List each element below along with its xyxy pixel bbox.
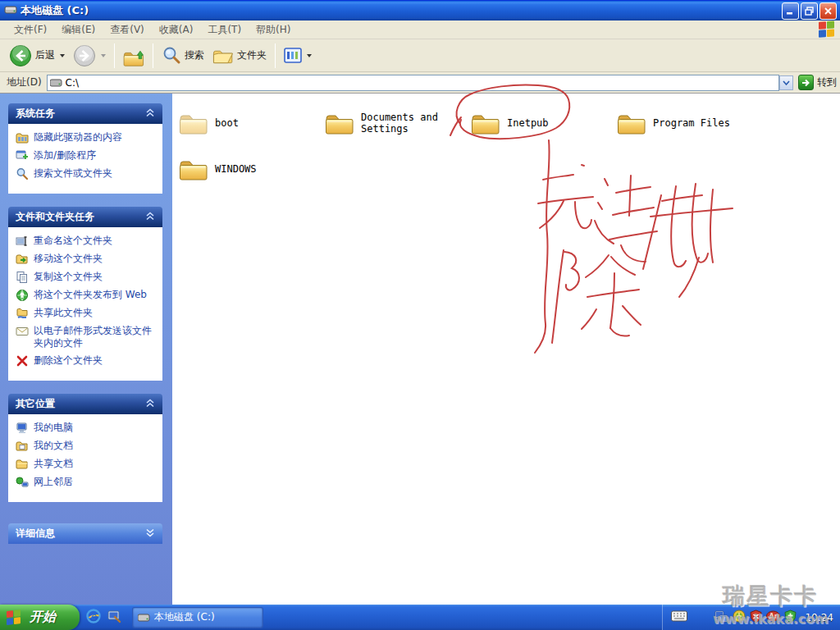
chevron-down-icon[interactable] (145, 528, 155, 540)
task-email-folder-files[interactable]: 以电子邮件形式发送该文件夹内的文件 (16, 325, 159, 349)
address-bar: 地址(D) C:\ 转到 (0, 72, 840, 94)
drive-icon (50, 78, 62, 88)
green-shield-tray-icon[interactable] (784, 609, 797, 625)
menu-view[interactable]: 查看(V) (103, 21, 152, 39)
panel-system-tasks: 系统任务 隐藏此驱动器的内容 添加/删除程序 搜索文件或文件夹 (8, 103, 162, 194)
folders-button[interactable]: 文件夹 (208, 43, 271, 68)
move-folder-icon (16, 253, 29, 266)
search-button[interactable]: 搜索 (158, 43, 208, 68)
views-dropdown-icon[interactable] (307, 54, 312, 57)
taskbar-task-local-disk-c[interactable]: 本地磁盘 (C:) (133, 608, 262, 628)
ie-quicklaunch-icon[interactable]: e (86, 609, 101, 626)
folder-tile-documents-and-settings[interactable]: Documents and Settings (325, 100, 471, 146)
place-label: 网上邻居 (34, 476, 73, 489)
menu-edit[interactable]: 编辑(E) (54, 21, 103, 39)
my-computer-icon (16, 422, 29, 435)
restore-button[interactable] (801, 2, 818, 20)
task-label: 以电子邮件形式发送该文件夹内的文件 (34, 325, 159, 349)
task-share-folder[interactable]: 共享此文件夹 (16, 307, 159, 320)
share-folder-icon (16, 307, 29, 320)
forward-icon (73, 44, 96, 67)
task-add-remove-programs[interactable]: 添加/删除程序 (16, 149, 159, 162)
go-button[interactable]: 转到 (798, 75, 837, 90)
address-dropdown-button[interactable] (779, 75, 793, 90)
search-label: 搜索 (185, 48, 204, 62)
rename-icon (16, 235, 29, 248)
desktop-quicklaunch-icon[interactable] (107, 609, 121, 626)
svg-text:An: An (769, 613, 779, 620)
globe-up-icon (16, 289, 29, 302)
taskbar: 开始 e 本地磁盘 (C:) An 10:24 (0, 605, 840, 630)
shared-documents-icon (16, 458, 29, 471)
forward-button[interactable] (69, 42, 110, 70)
task-label: 添加/删除程序 (34, 149, 96, 162)
folder-tile-inetpub[interactable]: Inetpub (471, 100, 617, 146)
task-label: 重命名这个文件夹 (34, 235, 112, 248)
menu-file[interactable]: 文件(F) (7, 21, 54, 39)
up-folder-icon (123, 45, 144, 66)
folder-name: Documents and Settings (361, 112, 471, 135)
drive-icon (138, 613, 150, 623)
back-icon (9, 44, 32, 67)
panel-title: 文件和文件夹任务 (16, 210, 94, 224)
place-my-computer[interactable]: 我的电脑 (16, 422, 159, 435)
folder-icon (325, 111, 354, 135)
network-icon (16, 476, 29, 489)
folder-tile-windows[interactable]: WINDOWS (179, 146, 325, 192)
rising-shield-tray-icon[interactable] (750, 609, 762, 625)
chevron-up-icon[interactable] (145, 399, 155, 410)
folder-tile-boot[interactable]: boot (179, 100, 325, 146)
panel-title: 详细信息 (16, 527, 55, 541)
rising-monitor-tray-icon[interactable]: An (766, 610, 780, 624)
task-rename-folder[interactable]: 重命名这个文件夹 (16, 235, 159, 248)
menu-favorites[interactable]: 收藏(A) (152, 21, 201, 39)
forward-dropdown-icon[interactable] (101, 54, 106, 57)
start-button[interactable]: 开始 (0, 605, 80, 630)
network-tray-icon[interactable] (714, 610, 728, 625)
system-tray: An 10:24 (662, 605, 840, 630)
back-dropdown-icon[interactable] (60, 54, 65, 57)
folders-label: 文件夹 (237, 48, 267, 62)
minimize-button[interactable] (782, 2, 799, 20)
place-shared-documents[interactable]: 共享文档 (16, 458, 159, 471)
menu-tools[interactable]: 工具(T) (200, 21, 249, 39)
menu-help[interactable]: 帮助(H) (249, 21, 298, 39)
chevron-down-icon (783, 80, 790, 85)
input-method-keyboard-icon[interactable] (671, 610, 687, 624)
chevron-up-icon[interactable] (145, 212, 155, 223)
folder-icon (179, 157, 208, 181)
folder-name: boot (215, 117, 239, 129)
my-documents-icon (16, 440, 29, 453)
place-my-documents[interactable]: 我的文档 (16, 440, 159, 453)
panel-header-details[interactable]: 详细信息 (8, 523, 162, 544)
up-button[interactable] (119, 43, 148, 69)
panel-title: 其它位置 (16, 397, 55, 411)
place-network-neighborhood[interactable]: 网上邻居 (16, 476, 159, 489)
panel-header-other-places[interactable]: 其它位置 (8, 394, 162, 414)
folders-icon (212, 46, 234, 66)
folder-tile-program-files[interactable]: Program Files (617, 100, 763, 146)
task-move-folder[interactable]: 移动这个文件夹 (16, 253, 159, 266)
panel-header-file-folder-tasks[interactable]: 文件和文件夹任务 (8, 207, 162, 227)
folder-icon (471, 111, 500, 135)
svg-text:e: e (90, 611, 97, 622)
window-title: 本地磁盘 (C:) (21, 3, 780, 18)
task-delete-folder[interactable]: 删除这个文件夹 (16, 354, 159, 368)
task-publish-folder-web[interactable]: 将这个文件夹发布到 Web (16, 289, 159, 302)
toolbar: 后退 搜索 文件夹 (0, 39, 840, 72)
go-arrow-icon (798, 75, 814, 90)
search-icon (162, 46, 181, 66)
address-input[interactable]: C:\ (47, 75, 779, 91)
address-label: 地址(D) (7, 75, 42, 89)
task-search-files[interactable]: 搜索文件或文件夹 (16, 167, 159, 180)
views-icon (284, 47, 302, 65)
chevron-up-icon[interactable] (145, 108, 155, 120)
back-button[interactable]: 后退 (5, 42, 69, 70)
kaka-lion-tray-icon[interactable] (733, 609, 746, 625)
views-button[interactable] (280, 44, 316, 67)
close-button[interactable] (819, 2, 837, 20)
title-bar: 本地磁盘 (C:) (0, 0, 840, 21)
task-hide-drive-contents[interactable]: 隐藏此驱动器的内容 (16, 131, 159, 144)
task-copy-folder[interactable]: 复制这个文件夹 (16, 271, 159, 284)
panel-header-system-tasks[interactable]: 系统任务 (8, 103, 162, 124)
